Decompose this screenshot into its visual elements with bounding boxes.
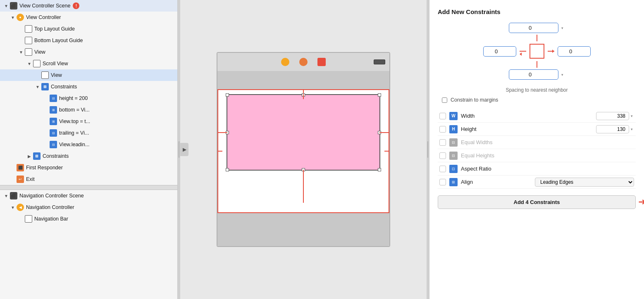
label-trailing: trailing = Vi... [59, 130, 89, 136]
label-first-responder: First Responder [26, 165, 63, 171]
toolbar-btn-red[interactable] [317, 58, 326, 66]
tree-item-nav-scene[interactable]: ⬛ Navigation Controller Scene [0, 190, 177, 202]
left-spacing-input[interactable]: 0 8 16 [483, 46, 516, 57]
label-exit: Exit [26, 176, 35, 182]
aspect-ratio-row: ⊡ Aspect Ratio [438, 162, 636, 176]
tree-item-nav-bar[interactable]: Navigation Bar [0, 213, 177, 225]
icon-nav-bar [25, 215, 32, 223]
height-row: H Height ▾ [438, 123, 636, 136]
constraint-line-top [303, 94, 304, 99]
canvas: ▶ [180, 0, 427, 299]
icon-film: ⬛ [10, 2, 17, 9]
label-top-layout: Top Layout Guide [34, 26, 75, 32]
align-checkbox[interactable] [439, 179, 446, 185]
red-line-h-right [548, 51, 554, 52]
align-select[interactable]: Leading Edges Trailing Edges Top Edges B… [535, 178, 634, 187]
constraint-diagram: 0 8 16 ▾ 0 8 16 [438, 23, 636, 80]
icon-bottom-layout [25, 37, 32, 44]
icon-view [25, 48, 32, 56]
icon-vc: ● [17, 14, 24, 21]
height-dropdown-arrow[interactable]: ▾ [629, 127, 634, 131]
outer-constraint-left [218, 151, 222, 152]
aspect-ratio-checkbox[interactable] [439, 166, 446, 172]
right-spacing-input[interactable]: 0 8 16 [558, 46, 591, 57]
diagram-box [530, 44, 544, 59]
width-checkbox[interactable] [439, 113, 446, 119]
width-icon: W [449, 112, 458, 120]
width-row: W Width ▾ [438, 109, 636, 123]
equal-heights-row: ⊟ Equal Heights [438, 149, 636, 162]
tree-item-exit[interactable]: ↩ Exit [0, 173, 177, 185]
chevron-vc [10, 14, 16, 20]
tree-item-scroll-view[interactable]: Scroll View [0, 58, 177, 69]
tree-item-view[interactable]: View [0, 46, 177, 58]
tree-item-constraints-1[interactable]: ⊞ Constraints [0, 81, 177, 93]
width-value[interactable] [596, 112, 629, 120]
tree-item-vc-scene[interactable]: ⬛ View Controller Scene ! [0, 0, 177, 12]
warning-icon: ! [73, 2, 79, 9]
tree-item-constraints-2[interactable]: ⊞ Constraints [0, 150, 177, 162]
width-label: Width [461, 113, 596, 119]
equal-widths-checkbox[interactable] [439, 139, 446, 146]
panel-title: Add New Constraints [438, 8, 636, 15]
constraint-line-bottom [303, 170, 304, 203]
constrain-margins-label: Constrain to margins [451, 97, 498, 103]
equal-heights-icon: ⊟ [449, 152, 458, 160]
chevron-nav-controller [10, 204, 16, 210]
red-line-v-bottom [537, 61, 537, 68]
icon-nav-controller: ◀ [17, 204, 24, 211]
collapse-left-arrow[interactable]: ▶ [180, 143, 188, 156]
equal-heights-checkbox[interactable] [439, 152, 446, 159]
icon-bottom: ⊞ [50, 106, 57, 114]
equal-widths-label: Equal Widths [461, 139, 634, 145]
add-btn-container: Add 4 Constraints ➜ [438, 195, 636, 209]
handle-bl[interactable] [226, 168, 229, 171]
tree-item-trailing[interactable]: ⊟ trailing = Vi... [0, 127, 177, 139]
tree-item-nav-controller[interactable]: ◀ Navigation Controller [0, 202, 177, 213]
height-checkbox[interactable] [439, 126, 446, 133]
bottom-spacing-input[interactable]: 0 8 16 [509, 69, 558, 80]
height-value[interactable] [596, 125, 629, 133]
icon-first-responder: ⬛ [17, 164, 24, 171]
label-leading: View.leadin... [59, 142, 89, 147]
toolbar-btn-yellow[interactable] [281, 58, 289, 66]
device-toolbar [217, 53, 389, 71]
handle-tl[interactable] [226, 93, 229, 97]
handle-tr[interactable] [378, 93, 381, 97]
handle-br[interactable] [378, 168, 381, 171]
tree-item-bottom[interactable]: ⊞ bottom = Vi... [0, 104, 177, 116]
label-scroll-view: Scroll View [43, 61, 68, 66]
tree-item-leading[interactable]: ⊟ View.leadin... [0, 139, 177, 150]
tree-item-first-responder[interactable]: ⬛ First Responder [0, 162, 177, 173]
red-line-h-left [520, 51, 526, 52]
width-dropdown-arrow[interactable]: ▾ [629, 114, 634, 118]
outer-constraint-right [384, 151, 389, 152]
scroll-area [217, 89, 389, 213]
label-height: height = 200 [59, 95, 88, 101]
equal-widths-row: ⊟ Equal Widths [438, 136, 636, 149]
tree-item-top-layout[interactable]: Top Layout Guide [0, 23, 177, 35]
tree-item-height[interactable]: ⊟ height = 200 [0, 93, 177, 104]
chevron-nav-scene [3, 193, 9, 199]
icon-exit: ↩ [17, 176, 24, 183]
tree-item-inner-view[interactable]: View [0, 69, 177, 81]
chevron-constraints-2 [26, 153, 32, 159]
pink-view[interactable] [227, 94, 380, 171]
icon-constraints-2: ⊞ [33, 152, 41, 160]
label-nav-scene: Navigation Controller Scene [19, 193, 84, 199]
chevron-constraints-1 [35, 84, 41, 90]
spacing-label: Spacing to nearest neighbor [438, 87, 636, 93]
nav-bar-canvas [217, 71, 389, 89]
label-constraints-2: Constraints [43, 153, 69, 159]
toolbar-btn-orange[interactable] [299, 58, 308, 66]
tree-item-vc[interactable]: ● View Controller [0, 12, 177, 23]
constraint-line-left [218, 132, 227, 133]
icon-trailing: ⊟ [50, 129, 57, 137]
constrain-margins-checkbox[interactable] [442, 97, 447, 103]
tree-item-view-top[interactable]: ⊞ View.top = t... [0, 116, 177, 127]
add-constraints-button[interactable]: Add 4 Constraints [438, 195, 636, 209]
align-icon: ⊞ [449, 178, 458, 186]
top-spacing-input[interactable]: 0 8 16 [509, 23, 558, 33]
label-bottom: bottom = Vi... [59, 107, 90, 113]
tree-item-bottom-layout[interactable]: Bottom Layout Guide [0, 35, 177, 46]
